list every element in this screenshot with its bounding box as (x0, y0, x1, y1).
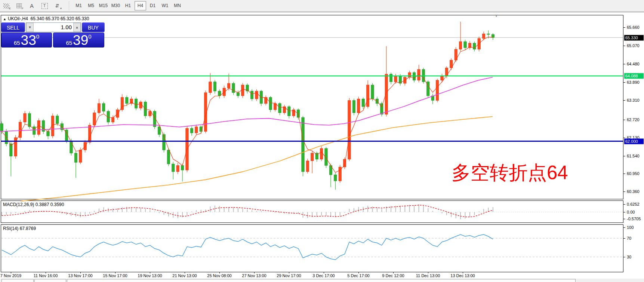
time-axis-tick (150, 272, 150, 273)
price-axis-tick (623, 138, 625, 138)
time-axis-tick (46, 272, 46, 273)
price-axis-label: 63.890 (627, 80, 640, 85)
time-axis-label: 11 Nov 16:00 (34, 273, 58, 278)
time-axis-tick (289, 272, 289, 273)
time-axis-tick (428, 272, 428, 273)
time-axis-label: 5 Dec 17:00 (347, 273, 369, 278)
rsi-axis-label: 100 (627, 225, 634, 230)
time-axis-tick (115, 272, 115, 273)
macd-axis-tick (623, 219, 625, 219)
sell-price-big: 33 (21, 33, 36, 47)
time-axis-label: 21 Nov 13:00 (172, 273, 197, 278)
timeframe-button-h1[interactable]: H1 (122, 1, 134, 10)
price-axis-tick (623, 46, 625, 46)
time-axis-label: 13 Nov 17:00 (68, 273, 92, 278)
timeframe-button-m15[interactable]: M15 (98, 1, 109, 10)
price-axis-label: 65.070 (627, 43, 640, 48)
macd-axis-tick (623, 212, 625, 212)
sell-price-prefix: 65 (14, 39, 20, 47)
time-axis-label: 15 Nov 17:00 (103, 273, 127, 278)
volume-spinner: ▼ 1.00 ▲ (26, 22, 81, 32)
rsi-axis-tick (623, 227, 625, 228)
macd-axis-tick (623, 204, 625, 205)
buy-price-button[interactable]: 65 39 0 (53, 33, 104, 47)
chart-tab[interactable] (1, 279, 34, 282)
volume-down-icon[interactable]: ▼ (26, 23, 34, 32)
timeframe-button-w1[interactable]: W1 (159, 1, 171, 10)
price-tag: 64.088 (624, 73, 644, 79)
time-axis-tick (185, 272, 185, 273)
rsi-label: RSI(14) 67.8769 (3, 226, 36, 231)
text-a-icon[interactable]: A (27, 2, 37, 10)
price-axis-tick (623, 100, 625, 101)
price-axis-tick (623, 120, 625, 120)
price-axis-label: 65.660 (627, 25, 640, 30)
price-axis-label: 61.540 (627, 154, 640, 158)
time-axis-label: 7 Nov 2019 (0, 273, 21, 278)
chart-shift-marker-icon[interactable]: ▼ (494, 13, 499, 18)
timeframe-button-h4[interactable]: H4 (135, 1, 146, 10)
time-axis-label: 3 Dec 17:00 (312, 273, 335, 278)
volume-input[interactable]: 1.00 (34, 23, 73, 32)
timeframe-buttons: M1M5M15M30H1H4D1W1MN (73, 1, 184, 10)
toolbar: E F A T ⇵▾ M1M5M15M30H1H4D1W1MN (0, 0, 644, 12)
time-axis-label: 19 Nov 13:00 (138, 273, 162, 278)
macd-label: MACD(12,26,9) 0.3887 0.3590 (3, 202, 64, 207)
buy-price-big: 39 (73, 33, 88, 47)
rsi-axis-label: 30 (627, 255, 631, 259)
textbox-icon[interactable]: T (40, 2, 49, 10)
rsi-axis-label: 70 (627, 236, 631, 240)
sell-button[interactable]: SELL (1, 22, 25, 32)
chart-title: ▲UKOil-,H4 65.340 65.370 65.320 65.330 (3, 16, 89, 21)
price-axis-label: 60.360 (627, 189, 640, 194)
rsi-axis-tick (623, 238, 625, 239)
mt4-terminal: E F A T ⇵▾ M1M5M15M30H1H4D1W1MN ▲UKOil-,… (0, 0, 644, 282)
price-axis-tick (623, 174, 625, 174)
chart-tab[interactable] (67, 279, 576, 282)
timeframe-button-m5[interactable]: M5 (85, 1, 97, 10)
collapse-arrow-icon[interactable]: ▲ (3, 17, 6, 21)
price-axis-tick (623, 156, 625, 156)
chart-tab-strip (0, 279, 644, 282)
time-axis-tick (358, 272, 359, 273)
price-tag: 65.330 (624, 35, 644, 41)
grid-f-icon[interactable]: F (14, 2, 24, 10)
one-click-trade-panel: SELL ▼ 1.00 ▲ BUY 65 33 0 65 39 0 (1, 22, 105, 47)
time-axis-label: 29 Nov 17:00 (277, 273, 301, 278)
buy-button[interactable]: BUY (82, 22, 105, 32)
indicator-hatch-icon[interactable]: E (1, 2, 11, 10)
symbol-label: UKOil-,H4 (8, 16, 28, 21)
price-axis-label: 63.310 (627, 98, 640, 102)
price-axis-tick (623, 64, 625, 64)
timeframe-button-mn[interactable]: MN (172, 1, 183, 10)
time-axis-label: 13 Dec 13:00 (450, 273, 475, 278)
price-axis-tick (623, 82, 625, 83)
chart-annotation-text: 多空转折点64 (452, 160, 568, 186)
time-axis-tick (463, 272, 463, 273)
buy-price-prefix: 65 (66, 39, 72, 47)
sort-arrows-icon[interactable]: ⇵▾ (52, 2, 62, 10)
price-axis-label: 62.720 (627, 117, 640, 122)
chart-tab[interactable] (34, 279, 66, 282)
time-axis-label: 27 Nov 13:00 (242, 273, 266, 278)
price-axis-tick (623, 27, 625, 28)
macd-axis-label: 0.6252 (627, 202, 640, 206)
price-tag: 62.000 (624, 139, 644, 144)
time-axis-tick (324, 272, 324, 273)
timeframe-button-d1[interactable]: D1 (147, 1, 158, 10)
price-axis-tick (623, 191, 625, 192)
time-axis-label: 11 Dec 13:00 (416, 273, 440, 278)
volume-up-icon[interactable]: ▲ (73, 23, 81, 32)
sell-price-sup: 0 (36, 34, 39, 39)
time-axis-tick (80, 272, 81, 273)
time-axis-label: 25 Nov 08:00 (207, 273, 231, 278)
sell-price-button[interactable]: 65 33 0 (1, 33, 52, 47)
timeframe-button-m1[interactable]: M1 (73, 1, 84, 10)
time-axis-tick (219, 272, 220, 273)
macd-axis-label: -0.5705 (627, 217, 641, 221)
timeframe-button-m30[interactable]: M30 (110, 1, 121, 10)
buy-price-sup: 0 (88, 34, 91, 39)
ohlc-values: 65.340 65.370 65.320 65.330 (31, 16, 89, 21)
price-axis-label: 60.950 (627, 171, 640, 176)
time-axis-label: 9 Dec 12:00 (382, 273, 404, 278)
